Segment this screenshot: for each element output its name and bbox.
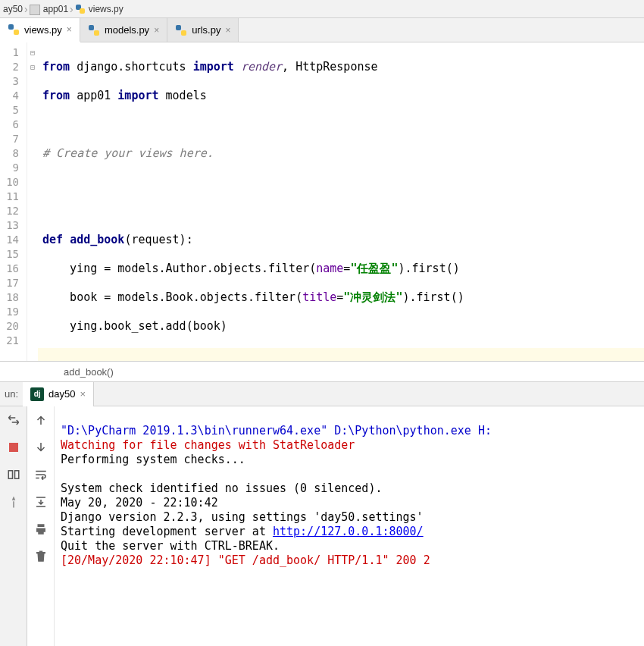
up-button[interactable] (32, 411, 50, 429)
run-toolbar: un: dj day50 × (0, 382, 644, 406)
tab-label: views.py (24, 24, 62, 36)
python-file-icon (175, 24, 187, 36)
python-file-icon (8, 24, 20, 36)
folder-icon (30, 5, 40, 15)
console-line: Performing system checks... (61, 453, 245, 466)
down-button[interactable] (32, 438, 50, 456)
tab-label: urls.py (192, 24, 220, 36)
tab-views[interactable]: views.py × (0, 18, 80, 42)
console-line: "D:\PyCharm 2019.1.3\bin\runnerw64.exe" … (61, 424, 492, 437)
console-tool-column (27, 406, 55, 646)
console-line: Watching for file changes with StatReloa… (61, 438, 355, 452)
wrap-button[interactable] (32, 466, 50, 484)
print-button[interactable] (32, 520, 50, 538)
django-icon: dj (30, 387, 44, 401)
close-icon[interactable]: × (80, 388, 86, 400)
delete-button[interactable] (32, 547, 50, 566)
chevron-right-icon: › (24, 3, 28, 15)
console-line: Django version 2.2.3, using settings 'da… (61, 510, 424, 524)
server-url-link[interactable]: http://127.0.0.1:8000/ (273, 525, 424, 538)
stop-button[interactable] (5, 438, 23, 456)
console-line: Starting development server at (61, 525, 273, 538)
run-config-tab[interactable]: dj day50 × (23, 382, 94, 406)
code-area[interactable]: from django.shortcuts import render, Htt… (38, 42, 644, 361)
editor-tabs: views.py × models.py × urls.py × (0, 18, 644, 42)
breadcrumb-item[interactable]: ay50 (3, 4, 23, 14)
context-path: add_book() (64, 366, 114, 378)
close-icon[interactable]: × (67, 24, 72, 35)
svg-rect-0 (8, 471, 12, 479)
context-info: add_book() (0, 361, 644, 382)
run-label: un: (0, 388, 23, 400)
line-gutter: 123456789101112131415161718192021 (0, 42, 27, 361)
close-icon[interactable]: × (154, 25, 159, 36)
rerun-button[interactable] (5, 411, 23, 429)
console-line: [20/May/2020 22:10:47] "GET /add_book/ H… (61, 553, 430, 567)
breadcrumb-item[interactable]: views.py (89, 4, 123, 14)
chevron-right-icon: › (70, 3, 73, 15)
scroll-to-end-button[interactable] (32, 493, 50, 511)
console-output[interactable]: "D:\PyCharm 2019.1.3\bin\runnerw64.exe" … (55, 406, 644, 646)
console-line: Quit the server with CTRL-BREAK. (61, 539, 280, 553)
console-line: System check identified no issues (0 sil… (61, 481, 382, 495)
layout-button[interactable] (5, 466, 23, 484)
python-file-icon (88, 24, 100, 36)
python-file-icon (75, 4, 86, 14)
code-editor[interactable]: 123456789101112131415161718192021 ⊟ ⊟ fr… (0, 42, 644, 361)
fold-gutter[interactable]: ⊟ ⊟ (27, 42, 38, 361)
console-panel: "D:\PyCharm 2019.1.3\bin\runnerw64.exe" … (0, 406, 644, 646)
close-icon[interactable]: × (225, 25, 230, 36)
tab-label: models.py (105, 24, 149, 36)
run-tool-column (0, 406, 27, 646)
tab-urls[interactable]: urls.py × (167, 18, 239, 42)
tab-models[interactable]: models.py × (80, 18, 167, 42)
breadcrumb: ay50 › app01 › views.py (0, 0, 644, 18)
svg-rect-1 (14, 471, 18, 479)
breadcrumb-item[interactable]: app01 (43, 4, 68, 14)
console-line: May 20, 2020 - 22:10:42 (61, 496, 218, 510)
run-config-name: day50 (48, 388, 75, 400)
pin-button[interactable] (5, 493, 23, 511)
